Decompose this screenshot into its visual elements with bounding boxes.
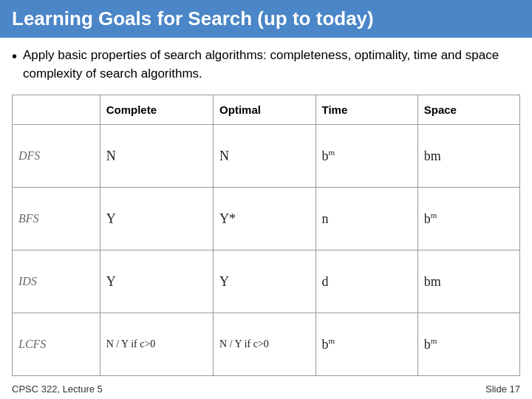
- slide-number: Slide 17: [485, 383, 520, 395]
- row-space: bm: [417, 250, 519, 313]
- row-label: IDS: [13, 250, 100, 313]
- col-header-time: Time: [316, 95, 417, 125]
- comparison-table: Complete Optimal Time Space DFSNNbmbmBFS…: [12, 95, 520, 376]
- row-complete: Y: [100, 250, 213, 313]
- slide: Learning Goals for Search (up to today) …: [0, 0, 532, 399]
- row-time: bm: [316, 125, 417, 188]
- col-header-optimal: Optimal: [214, 95, 316, 125]
- slide-body: Apply basic properties of search algorit…: [0, 38, 532, 381]
- col-header-complete: Complete: [100, 95, 213, 125]
- col-header-space: Space: [417, 95, 519, 125]
- table-row: IDSYYdbm: [13, 250, 520, 313]
- row-complete: N / Y if c>0: [100, 313, 213, 376]
- slide-header: Learning Goals for Search (up to today): [0, 0, 532, 38]
- table-container: Complete Optimal Time Space DFSNNbmbmBFS…: [12, 95, 520, 376]
- row-label: BFS: [13, 188, 100, 250]
- table-row: DFSNNbmbm: [13, 125, 520, 188]
- table-row: LCFSN / Y if c>0N / Y if c>0bmbm: [13, 313, 520, 376]
- col-header-label: [13, 95, 100, 125]
- row-space: bm: [417, 125, 519, 188]
- row-optimal: Y: [214, 250, 316, 313]
- table-header-row: Complete Optimal Time Space: [13, 95, 520, 125]
- row-complete: N: [100, 125, 213, 188]
- row-label: LCFS: [13, 313, 100, 376]
- slide-footer: CPSC 322, Lecture 5 Slide 17: [0, 381, 532, 399]
- row-label: DFS: [13, 125, 100, 188]
- slide-title: Learning Goals for Search (up to today): [12, 7, 520, 30]
- row-time: d: [316, 250, 417, 313]
- course-label: CPSC 322, Lecture 5: [12, 383, 103, 395]
- row-optimal: N / Y if c>0: [214, 313, 316, 376]
- row-optimal: Y*: [214, 188, 316, 250]
- bullet-text: Apply basic properties of search algorit…: [23, 47, 520, 83]
- row-time: n: [316, 188, 417, 250]
- row-complete: Y: [100, 188, 213, 250]
- bullet-point: Apply basic properties of search algorit…: [12, 47, 520, 83]
- row-space: bm: [417, 188, 519, 250]
- row-optimal: N: [214, 125, 316, 188]
- row-space: bm: [417, 313, 519, 376]
- table-row: BFSYY*nbm: [13, 188, 520, 250]
- row-time: bm: [316, 313, 417, 376]
